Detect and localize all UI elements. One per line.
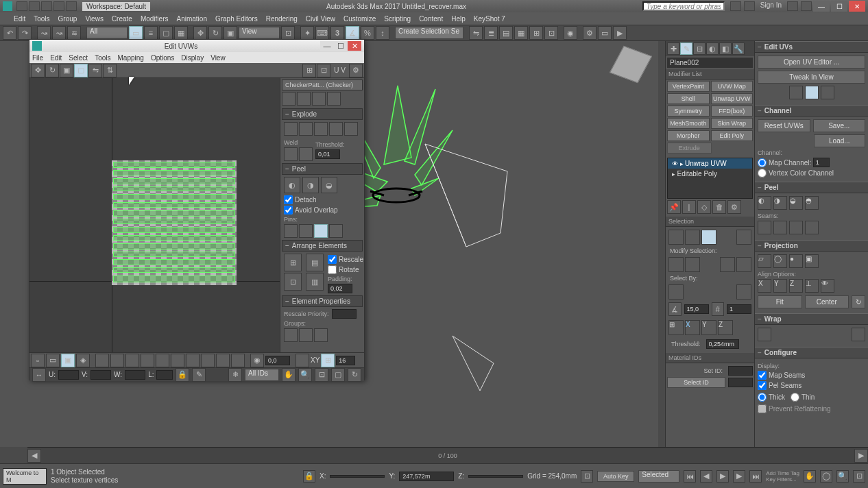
mod-vertexpaint[interactable]: VertexPaint (667, 81, 710, 92)
angle-icon[interactable]: ∡ (668, 302, 682, 316)
select-object-button[interactable]: ▭ (129, 26, 143, 40)
uvw-tex3-icon[interactable] (312, 92, 326, 106)
qat-new-icon[interactable] (16, 1, 27, 11)
mapchannel-radio[interactable]: Map Channel: (758, 158, 865, 167)
align-y-button[interactable]: Y (773, 279, 787, 293)
isolate-icon[interactable]: ⊡ (581, 470, 593, 483)
edituvs-header[interactable]: Edit UVs (755, 41, 868, 53)
menu-group[interactable]: Group (58, 15, 77, 23)
align-normal-button[interactable]: ⊥ (805, 279, 819, 293)
angle-snap-button[interactable]: ∡ (346, 26, 359, 40)
fit-button[interactable]: Fit (758, 295, 802, 308)
rescale-checkbox[interactable]: Rescale (328, 255, 363, 264)
X-field[interactable] (330, 475, 385, 478)
uvw-texture-dropdown[interactable]: CheckerPatt... (Checker) (282, 80, 363, 90)
seam2-icon[interactable] (773, 221, 787, 234)
uvw-islands[interactable] (29, 78, 280, 352)
pack4-icon[interactable]: ▥ (306, 273, 324, 291)
group3-icon[interactable] (314, 328, 328, 342)
uvw-bt3[interactable] (125, 354, 139, 367)
stack-editablepoly[interactable]: ▸ Editable Poly (668, 169, 752, 179)
menu-civilview[interactable]: Civil View (306, 15, 335, 23)
peel-header[interactable]: Peel (755, 182, 868, 193)
modifier-stack[interactable]: 👁 ▸ Unwrap UVW ▸ Editable Poly (667, 158, 753, 199)
menu-animation[interactable]: Animation (176, 15, 206, 23)
menu-views[interactable]: Views (85, 15, 104, 23)
uvw-bt2[interactable] (110, 354, 124, 367)
uvw-grid1-icon[interactable]: ⊞ (302, 64, 316, 77)
keyboard-shortcut-button[interactable]: ⌨ (315, 26, 329, 40)
rescale-prio-field[interactable] (332, 309, 357, 319)
axis-z-button[interactable]: Z (718, 320, 733, 335)
menu-customize[interactable]: Customize (343, 15, 376, 23)
mapchannel-field[interactable] (813, 158, 830, 167)
avoid-overlap-checkbox[interactable]: Avoid Overlap (284, 206, 361, 215)
pin1-icon[interactable] (284, 224, 298, 238)
qat-undo-icon[interactable] (53, 1, 64, 11)
nav-zoom-icon[interactable]: 🔍 (836, 470, 849, 483)
window-minimize-button[interactable]: — (813, 1, 830, 12)
menu-create[interactable]: Create (112, 15, 132, 23)
resetuvw-button[interactable]: Reset UVWs (758, 119, 810, 132)
qat-redo-icon[interactable] (66, 1, 77, 11)
uvw-menu-mapping[interactable]: Mapping (118, 54, 144, 62)
rotate-checkbox[interactable]: Rotate (328, 265, 363, 274)
uvw-bt9[interactable] (216, 354, 230, 367)
menu-tools[interactable]: Tools (34, 15, 49, 23)
peel3-icon[interactable]: ◒ (789, 196, 803, 210)
move-button[interactable]: ✥ (193, 26, 207, 40)
view-cube[interactable] (613, 47, 650, 84)
arrange-header[interactable]: Arrange Elements (282, 240, 363, 252)
cp-hierarchy-tab[interactable]: ⊟ (693, 42, 706, 55)
uvw-snap-icon[interactable]: ⊞ (321, 354, 335, 367)
pin4-icon[interactable] (329, 224, 343, 238)
pack1-icon[interactable]: ⊞ (284, 254, 302, 271)
cp-display-tab[interactable]: ◧ (719, 42, 732, 55)
explode-header[interactable]: Explode (282, 108, 363, 120)
layer-explorer-button[interactable]: ▦ (514, 26, 528, 40)
stack-unique-button[interactable]: ◇ (697, 200, 711, 214)
uvw-xy-icon[interactable] (296, 354, 309, 367)
uvw-bt5[interactable] (156, 354, 169, 367)
proj-planar-icon[interactable]: ▱ (758, 254, 771, 268)
percent-snap-button[interactable]: % (361, 26, 374, 40)
menu-edit[interactable]: Edit (14, 15, 25, 23)
detach-checkbox[interactable]: Detach (284, 195, 361, 204)
mapseams-checkbox[interactable]: Map Seams (758, 371, 865, 380)
setid-field[interactable] (728, 366, 753, 376)
configure-header[interactable]: Configure (755, 347, 868, 358)
pack3-icon[interactable]: ▤ (306, 254, 324, 271)
lock-selection-icon[interactable]: 🔒 (303, 470, 315, 483)
uvw-abs-rel-icon[interactable]: ↔ (32, 368, 46, 382)
selectid-field[interactable] (728, 378, 753, 387)
seam3-icon[interactable] (789, 221, 803, 234)
qat-save-icon[interactable] (41, 1, 52, 11)
mod-skinwrap[interactable]: Skin Wrap (711, 118, 754, 129)
selection-rollout-header[interactable]: Selection (666, 217, 754, 227)
workspace-dropdown[interactable]: Workspace: Default (82, 2, 150, 11)
uvw-bt10[interactable] (231, 354, 245, 367)
sel-edge-button[interactable] (685, 230, 700, 245)
uvw-menu-file[interactable]: File (32, 54, 43, 62)
align-view-button[interactable]: 👁 (821, 279, 834, 293)
cp-motion-tab[interactable]: ◐ (706, 42, 719, 55)
proj-sphere-icon[interactable]: ● (789, 254, 803, 268)
uvw-zoom-icon[interactable]: 🔍 (298, 368, 312, 382)
axis-y-button[interactable]: Y (701, 320, 716, 335)
uvw-menu-tools[interactable]: Tools (95, 54, 110, 62)
select-rect-button[interactable]: ▢ (159, 26, 173, 40)
prevent-reflattening-checkbox[interactable]: Prevent Reflattening (758, 404, 865, 413)
play-next-button[interactable]: ▶ (733, 470, 745, 483)
rendered-frame-button[interactable]: ▭ (598, 26, 612, 40)
selectby-angle-field[interactable] (684, 304, 709, 314)
timeline-scroll-left[interactable]: ◀ (27, 449, 41, 463)
timeline-scroll-right[interactable]: ▶ (854, 449, 868, 463)
explode3-icon[interactable] (314, 122, 328, 136)
save-uvw-button[interactable]: Save... (813, 119, 866, 132)
menu-keyshot[interactable]: KeyShot 7 (474, 15, 505, 23)
menu-help[interactable]: Help (451, 15, 466, 23)
axis-none-button[interactable]: ⊞ (668, 320, 684, 335)
rotate-button[interactable]: ↻ (208, 26, 222, 40)
stack-pin-button[interactable]: 📌 (667, 200, 681, 214)
selectid-button[interactable]: Select ID (667, 377, 725, 388)
